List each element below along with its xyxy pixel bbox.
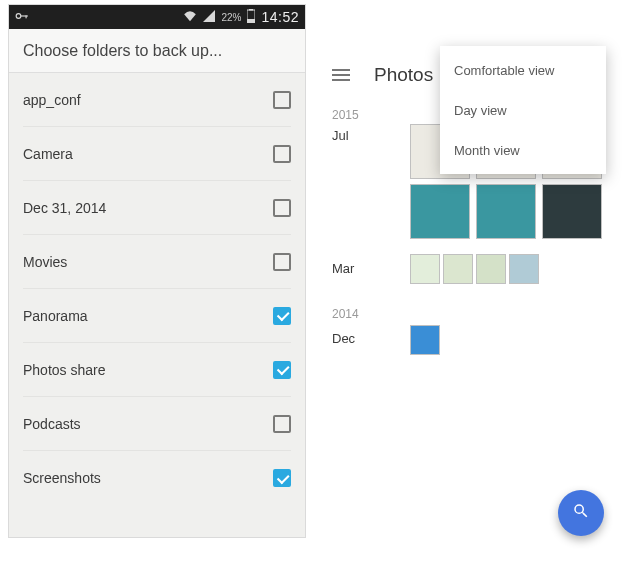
folder-label: Dec 31, 2014 [23,200,106,216]
backup-folders-screen: 22% 14:52 Choose folders to back up... a… [8,4,306,538]
folder-row[interactable]: Camera [23,127,291,181]
folder-label: Panorama [23,308,88,324]
svg-rect-2 [26,15,27,18]
menu-item-day[interactable]: Day view [440,90,606,130]
folder-label: Podcasts [23,416,81,432]
folder-row[interactable]: app_conf [23,73,291,127]
clock: 14:52 [261,9,299,25]
wifi-icon [183,10,197,25]
photo-thumbnail[interactable] [476,184,536,239]
svg-rect-4 [247,19,255,23]
svg-rect-5 [249,9,253,11]
month-label: Jul [332,128,349,143]
photo-thumbnail[interactable] [476,254,506,284]
photo-thumbnail[interactable] [410,254,440,284]
checkbox[interactable] [273,145,291,163]
folder-list: app_conf Camera Dec 31, 2014 Movies Pano… [9,73,305,505]
svg-rect-1 [21,15,28,16]
status-bar: 22% 14:52 [9,5,305,29]
folder-label: Screenshots [23,470,101,486]
key-icon [15,10,29,24]
checkbox[interactable] [273,469,291,487]
month-label: Mar [332,261,354,276]
checkbox[interactable] [273,415,291,433]
folder-label: Camera [23,146,73,162]
folder-label: app_conf [23,92,81,108]
photo-thumbnail[interactable] [410,184,470,239]
checkbox[interactable] [273,253,291,271]
battery-icon [247,9,255,26]
search-icon [572,502,590,524]
photos-screen: Photos 2015 Jul Mar 2014 Dec Comfortable… [314,4,622,560]
folder-row[interactable]: Photos share [23,343,291,397]
view-menu: Comfortable view Day view Month view [440,46,606,174]
folder-label: Movies [23,254,67,270]
folder-row[interactable]: Movies [23,235,291,289]
search-fab[interactable] [558,490,604,536]
month-label: Dec [332,331,355,346]
photos-title: Photos [374,64,433,86]
photo-thumbnail[interactable] [542,184,602,239]
menu-item-month[interactable]: Month view [440,130,606,170]
page-title: Choose folders to back up... [9,29,305,73]
battery-pct: 22% [221,12,241,23]
hamburger-icon[interactable] [332,69,350,81]
photo-thumbnail[interactable] [509,254,539,284]
year-label: 2014 [332,307,359,321]
folder-row[interactable]: Dec 31, 2014 [23,181,291,235]
svg-point-0 [16,14,21,19]
folder-row[interactable]: Screenshots [23,451,291,505]
photo-thumbnail[interactable] [410,325,440,355]
signal-icon [203,10,215,25]
folder-row[interactable]: Podcasts [23,397,291,451]
folder-label: Photos share [23,362,106,378]
checkbox[interactable] [273,307,291,325]
menu-item-comfortable[interactable]: Comfortable view [440,50,606,90]
mar-thumbnails [410,254,540,284]
photo-thumbnail[interactable] [443,254,473,284]
checkbox[interactable] [273,199,291,217]
checkbox[interactable] [273,91,291,109]
folder-row[interactable]: Panorama [23,289,291,343]
checkbox[interactable] [273,361,291,379]
year-label: 2015 [332,108,359,122]
